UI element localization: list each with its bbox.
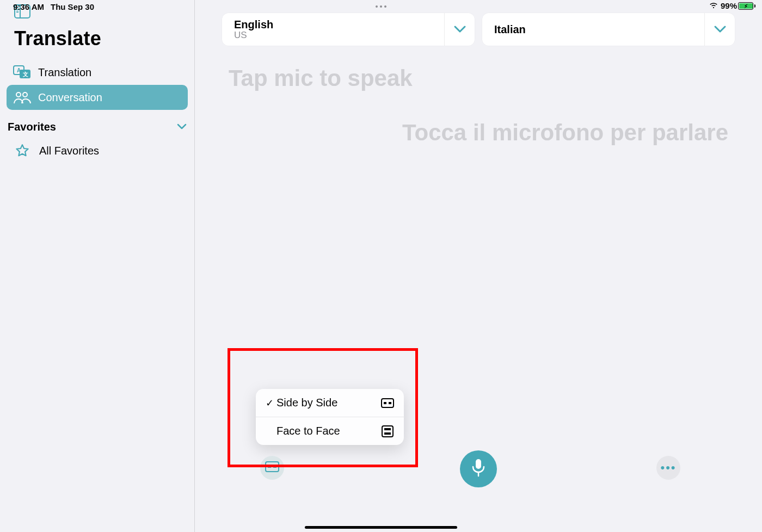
- svg-rect-19: [273, 466, 276, 468]
- svg-point-9: [16, 92, 21, 97]
- app-title: Translate: [14, 27, 194, 50]
- status-date: Thu Sep 30: [51, 2, 94, 11]
- svg-point-10: [23, 92, 27, 97]
- source-language-name: English: [234, 18, 444, 30]
- menu-item-label: Face to Face: [276, 425, 381, 437]
- chevron-down-icon: [177, 122, 187, 132]
- svg-rect-17: [266, 462, 279, 472]
- layout-menu-side-by-side[interactable]: ✓ Side by Side: [256, 389, 404, 417]
- svg-rect-12: [384, 402, 386, 404]
- sidebar-item-translation[interactable]: A文 Translation: [7, 60, 188, 85]
- svg-text:A: A: [17, 67, 21, 73]
- source-prompt-text: Tap mic to speak: [229, 65, 728, 91]
- ellipsis-icon: •••: [660, 461, 676, 475]
- sidebar-item-label: Conversation: [38, 91, 102, 104]
- microphone-button[interactable]: [460, 450, 497, 487]
- svg-rect-15: [384, 428, 391, 430]
- svg-rect-14: [382, 426, 393, 437]
- side-by-side-icon: [381, 398, 394, 408]
- svg-rect-13: [389, 402, 391, 404]
- target-prompt-text: Tocca il microfono per parlare: [229, 120, 728, 146]
- favorites-all[interactable]: All Favorites: [7, 138, 188, 164]
- svg-rect-16: [384, 432, 391, 435]
- favorites-header[interactable]: Favorites: [0, 110, 194, 138]
- checkmark-icon: ✓: [266, 397, 276, 409]
- svg-rect-20: [476, 459, 481, 469]
- translation-icon: A文: [13, 65, 32, 79]
- more-options-button[interactable]: •••: [656, 456, 680, 480]
- side-by-side-icon: [265, 461, 279, 474]
- microphone-icon: [471, 459, 486, 479]
- favorites-header-label: Favorites: [8, 121, 56, 133]
- favorites-item-label: All Favorites: [39, 145, 99, 157]
- sidebar: Translate A文 Translation Conversation Fa…: [0, 0, 195, 532]
- layout-menu: ✓ Side by Side Face to Face: [256, 389, 404, 445]
- face-to-face-icon: [381, 425, 394, 437]
- conversation-icon: [13, 90, 32, 104]
- status-bar: 9:36 AM Thu Sep 30 99% ⚡︎: [0, 0, 762, 13]
- target-language-selector[interactable]: Italian: [482, 13, 735, 46]
- home-indicator[interactable]: [305, 526, 457, 529]
- source-language-region: US: [234, 30, 444, 41]
- svg-rect-18: [268, 466, 271, 468]
- status-time: 9:36 AM: [13, 2, 44, 11]
- svg-rect-11: [382, 399, 394, 407]
- source-language-selector[interactable]: English US: [222, 13, 475, 46]
- battery-indicator: 99% ⚡︎: [721, 1, 755, 10]
- sidebar-item-label: Translation: [38, 66, 91, 79]
- wifi-icon: [709, 1, 718, 10]
- chevron-down-icon[interactable]: [704, 13, 735, 46]
- sidebar-item-conversation[interactable]: Conversation: [7, 85, 188, 110]
- chevron-down-icon[interactable]: [444, 13, 475, 46]
- svg-text:文: 文: [22, 71, 28, 77]
- battery-percent: 99%: [721, 1, 737, 10]
- layout-button[interactable]: [260, 456, 284, 480]
- layout-menu-face-to-face[interactable]: Face to Face: [256, 417, 404, 445]
- target-language-name: Italian: [494, 21, 704, 38]
- star-icon: [13, 143, 32, 158]
- main-content: English US Italian Tap mic to speak Tocc…: [195, 0, 762, 532]
- menu-item-label: Side by Side: [276, 397, 381, 409]
